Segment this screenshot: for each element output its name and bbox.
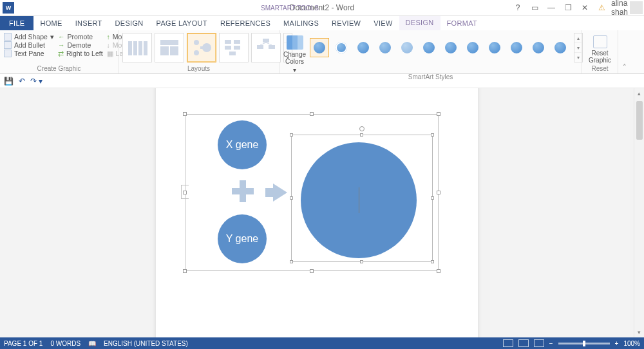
svg-rect-16	[263, 39, 269, 42]
view-read-mode-icon[interactable]	[503, 339, 513, 347]
style-item[interactable]	[419, 38, 439, 57]
style-item[interactable]	[507, 38, 526, 57]
svg-rect-18	[269, 45, 275, 49]
scroll-down-icon[interactable]: ▾	[634, 327, 644, 337]
reset-group-label: Reset	[586, 65, 614, 73]
resize-handle[interactable]	[310, 112, 314, 116]
restore-icon[interactable]: ❐	[560, 1, 576, 15]
tab-home[interactable]: HOME	[33, 16, 68, 30]
tab-smartart-design[interactable]: DESIGN	[399, 16, 440, 30]
status-page[interactable]: PAGE 1 OF 1	[4, 340, 43, 347]
shape-selection-frame[interactable]	[291, 135, 433, 262]
status-proofing-icon[interactable]: 📖	[88, 340, 96, 347]
resize-handle[interactable]	[437, 191, 440, 194]
svg-rect-5	[160, 46, 169, 55]
style-item[interactable]	[375, 38, 395, 57]
resize-handle[interactable]	[431, 260, 434, 263]
zoom-slider[interactable]	[558, 343, 610, 344]
scroll-thumb[interactable]	[636, 101, 643, 140]
tab-insert[interactable]: INSERT	[69, 16, 109, 30]
resize-handle[interactable]	[183, 191, 187, 194]
view-web-layout-icon[interactable]	[534, 339, 544, 347]
smartart-shape-y[interactable]: Y gene	[218, 214, 267, 263]
svg-rect-14	[234, 46, 240, 50]
layout-item[interactable]	[155, 33, 184, 62]
status-language[interactable]: ENGLISH (UNITED STATES)	[104, 340, 188, 347]
tab-mailings[interactable]: MAILINGS	[277, 16, 325, 30]
status-words[interactable]: 0 WORDS	[50, 340, 80, 347]
demote-button[interactable]: →Demote	[58, 41, 103, 49]
tab-review[interactable]: REVIEW	[325, 16, 367, 30]
reset-graphic-button[interactable]: Reset Graphic	[589, 33, 612, 64]
resize-handle[interactable]	[290, 260, 293, 263]
right-to-left-button[interactable]: ⇄Right to Left	[58, 50, 103, 57]
svg-rect-15	[229, 52, 236, 55]
resize-handle[interactable]	[437, 112, 440, 116]
text-pane-button[interactable]: Text Pane	[4, 50, 54, 57]
promote-button[interactable]: ←Promote	[58, 33, 103, 41]
resize-handle[interactable]	[290, 133, 293, 137]
vertical-scrollbar[interactable]: ▴ ▾	[634, 88, 644, 337]
resize-handle[interactable]	[183, 269, 187, 273]
add-bullet-button[interactable]: Add Bullet	[4, 41, 54, 49]
tab-page-layout[interactable]: PAGE LAYOUT	[150, 16, 214, 30]
qat-undo-icon[interactable]: ↶	[19, 77, 25, 86]
user-account[interactable]: ⚠ alina shah	[594, 1, 643, 15]
text-pane-icon	[4, 50, 12, 57]
zoom-level[interactable]: 100%	[623, 340, 640, 347]
style-item-selected[interactable]	[310, 38, 329, 57]
resize-handle[interactable]	[310, 269, 314, 273]
minimize-icon[interactable]: ―	[544, 1, 559, 15]
help-icon[interactable]: ?	[510, 1, 526, 15]
smartart-styles-gallery[interactable]: ▴▾▾	[310, 33, 583, 62]
change-colors-button[interactable]: Change Colors▾	[283, 33, 306, 73]
style-item[interactable]	[441, 38, 460, 57]
word-app-icon[interactable]: W	[3, 2, 14, 14]
style-item[interactable]	[332, 38, 351, 57]
style-item[interactable]	[354, 38, 373, 57]
resize-handle[interactable]	[360, 260, 363, 263]
style-item[interactable]	[551, 38, 570, 57]
rotate-handle[interactable]	[359, 126, 365, 131]
svg-rect-11	[225, 40, 231, 44]
scroll-up-icon[interactable]: ▴	[634, 88, 644, 99]
layouts-gallery[interactable]: ▴▾▾	[122, 33, 292, 62]
tab-design[interactable]: DESIGN	[109, 16, 150, 30]
qat-save-icon[interactable]: 💾	[4, 77, 14, 86]
style-item[interactable]	[397, 38, 417, 57]
close-icon[interactable]: ✕	[577, 1, 592, 15]
qat-redo-icon[interactable]: ↷ ▾	[30, 77, 43, 86]
resize-handle[interactable]	[290, 196, 293, 200]
tab-smartart-format[interactable]: FORMAT	[440, 16, 484, 30]
style-item[interactable]	[485, 38, 504, 57]
resize-handle[interactable]	[360, 133, 363, 137]
smartart-shape-x[interactable]: X gene	[218, 120, 267, 169]
tab-file[interactable]: FILE	[0, 16, 33, 30]
collapse-ribbon-icon[interactable]: ˄	[618, 30, 631, 73]
resize-handle[interactable]	[431, 196, 434, 200]
svg-rect-17	[257, 45, 263, 49]
style-item[interactable]	[529, 38, 548, 57]
tab-references[interactable]: REFERENCES	[214, 16, 277, 30]
add-shape-button[interactable]: Add Shape ▾	[4, 33, 54, 41]
styles-group-label: SmartArt Styles	[283, 73, 578, 82]
document-area[interactable]: ◂ X gene Y gene	[0, 88, 634, 337]
styles-scroll[interactable]: ▴▾▾	[574, 33, 583, 62]
layout-item-selected[interactable]	[187, 33, 216, 62]
zoom-out-icon[interactable]: −	[549, 340, 553, 347]
resize-handle[interactable]	[183, 112, 187, 116]
resize-handle[interactable]	[431, 133, 434, 137]
add-bullet-icon	[4, 41, 12, 49]
user-name: alina shah	[612, 1, 627, 15]
style-item[interactable]	[463, 38, 482, 57]
resize-handle[interactable]	[437, 269, 440, 273]
ribbon-display-icon[interactable]: ▭	[527, 1, 542, 15]
rtl-icon: ⇄	[58, 50, 64, 57]
layout-item[interactable]	[219, 33, 249, 62]
page[interactable]: ◂ X gene Y gene	[156, 88, 478, 337]
layout-item[interactable]	[122, 33, 152, 62]
view-print-layout-icon[interactable]	[518, 339, 529, 347]
zoom-in-icon[interactable]: +	[615, 340, 619, 347]
tab-view[interactable]: VIEW	[367, 16, 399, 30]
layout-item[interactable]	[251, 33, 281, 62]
